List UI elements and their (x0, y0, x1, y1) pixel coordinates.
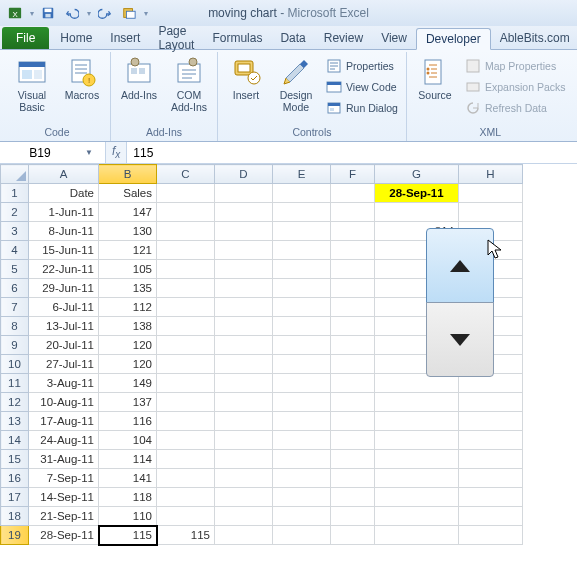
cell-H12[interactable] (459, 393, 523, 412)
cell-G15[interactable] (375, 450, 459, 469)
cell-H14[interactable] (459, 431, 523, 450)
row-header[interactable]: 8 (1, 317, 29, 336)
cell-H2[interactable] (459, 203, 523, 222)
cell-D10[interactable] (215, 355, 273, 374)
cell-D14[interactable] (215, 431, 273, 450)
tab-developer[interactable]: Developer (416, 28, 491, 50)
cell-E14[interactable] (273, 431, 331, 450)
tab-insert[interactable]: Insert (101, 27, 149, 49)
run-dialog-button[interactable]: Run Dialog (324, 98, 400, 118)
cell-B3[interactable]: 130 (99, 222, 157, 241)
insert-control-button[interactable]: Insert (224, 54, 268, 102)
cell-F17[interactable] (331, 488, 375, 507)
row-header[interactable]: 2 (1, 203, 29, 222)
cell-B14[interactable]: 104 (99, 431, 157, 450)
cell-F1[interactable] (331, 184, 375, 203)
cell-H19[interactable] (459, 526, 523, 545)
row-header[interactable]: 12 (1, 393, 29, 412)
cell-E1[interactable] (273, 184, 331, 203)
row-header[interactable]: 1 (1, 184, 29, 203)
cell-A17[interactable]: 14-Sep-11 (29, 488, 99, 507)
row-header[interactable]: 10 (1, 355, 29, 374)
source-button[interactable]: Source (413, 54, 457, 102)
cell-B8[interactable]: 138 (99, 317, 157, 336)
cell-F10[interactable] (331, 355, 375, 374)
cell-A18[interactable]: 21-Sep-11 (29, 507, 99, 526)
cell-C14[interactable] (157, 431, 215, 450)
cell-E2[interactable] (273, 203, 331, 222)
cell-B9[interactable]: 120 (99, 336, 157, 355)
cell-F11[interactable] (331, 374, 375, 393)
save-icon[interactable] (37, 3, 59, 23)
design-mode-button[interactable]: Design Mode (274, 54, 318, 113)
cell-F12[interactable] (331, 393, 375, 412)
cell-C3[interactable] (157, 222, 215, 241)
select-all-corner[interactable] (1, 165, 29, 184)
col-header-D[interactable]: D (215, 165, 273, 184)
cell-E13[interactable] (273, 412, 331, 431)
cell-C6[interactable] (157, 279, 215, 298)
row-header[interactable]: 7 (1, 298, 29, 317)
cell-G19[interactable] (375, 526, 459, 545)
cell-A6[interactable]: 29-Jun-11 (29, 279, 99, 298)
row-header[interactable]: 4 (1, 241, 29, 260)
cell-E4[interactable] (273, 241, 331, 260)
row-header[interactable]: 5 (1, 260, 29, 279)
cell-G2[interactable] (375, 203, 459, 222)
cell-F9[interactable] (331, 336, 375, 355)
cell-E6[interactable] (273, 279, 331, 298)
cell-G13[interactable] (375, 412, 459, 431)
cell-C12[interactable] (157, 393, 215, 412)
cell-C18[interactable] (157, 507, 215, 526)
row-header[interactable]: 19 (1, 526, 29, 545)
cell-E10[interactable] (273, 355, 331, 374)
cell-C9[interactable] (157, 336, 215, 355)
name-box-input[interactable] (0, 146, 80, 160)
cell-D5[interactable] (215, 260, 273, 279)
name-box-dropdown-icon[interactable]: ▼ (80, 148, 98, 157)
tab-view[interactable]: View (372, 27, 416, 49)
cell-A1[interactable]: Date (29, 184, 99, 203)
cell-A12[interactable]: 10-Aug-11 (29, 393, 99, 412)
cell-H16[interactable] (459, 469, 523, 488)
cell-D4[interactable] (215, 241, 273, 260)
visual-basic-button[interactable]: Visual Basic (10, 54, 54, 113)
cell-A13[interactable]: 17-Aug-11 (29, 412, 99, 431)
cell-D13[interactable] (215, 412, 273, 431)
cell-E19[interactable] (273, 526, 331, 545)
cell-F5[interactable] (331, 260, 375, 279)
tab-data[interactable]: Data (271, 27, 314, 49)
row-header[interactable]: 11 (1, 374, 29, 393)
row-header[interactable]: 14 (1, 431, 29, 450)
cell-F4[interactable] (331, 241, 375, 260)
addins-button[interactable]: Add-Ins (117, 54, 161, 102)
cell-B10[interactable]: 120 (99, 355, 157, 374)
cell-D7[interactable] (215, 298, 273, 317)
map-properties-button[interactable]: Map Properties (463, 56, 568, 76)
cell-C10[interactable] (157, 355, 215, 374)
cell-C2[interactable] (157, 203, 215, 222)
tab-formulas[interactable]: Formulas (203, 27, 271, 49)
cell-B11[interactable]: 149 (99, 374, 157, 393)
row-header[interactable]: 17 (1, 488, 29, 507)
row-header[interactable]: 3 (1, 222, 29, 241)
spin-down-button[interactable] (426, 302, 494, 377)
refresh-data-button[interactable]: Refresh Data (463, 98, 568, 118)
row-header[interactable]: 16 (1, 469, 29, 488)
cell-E16[interactable] (273, 469, 331, 488)
cell-G1[interactable]: 28-Sep-11 (375, 184, 459, 203)
redo-icon[interactable] (94, 3, 116, 23)
cell-D3[interactable] (215, 222, 273, 241)
col-header-B[interactable]: B (99, 165, 157, 184)
cell-E11[interactable] (273, 374, 331, 393)
cell-A4[interactable]: 15-Jun-11 (29, 241, 99, 260)
cell-C8[interactable] (157, 317, 215, 336)
view-code-button[interactable]: View Code (324, 77, 400, 97)
cell-E17[interactable] (273, 488, 331, 507)
spin-control[interactable] (426, 228, 494, 376)
cell-H18[interactable] (459, 507, 523, 526)
cell-E15[interactable] (273, 450, 331, 469)
com-addins-button[interactable]: COM Add-Ins (167, 54, 211, 113)
cell-F2[interactable] (331, 203, 375, 222)
cell-D11[interactable] (215, 374, 273, 393)
